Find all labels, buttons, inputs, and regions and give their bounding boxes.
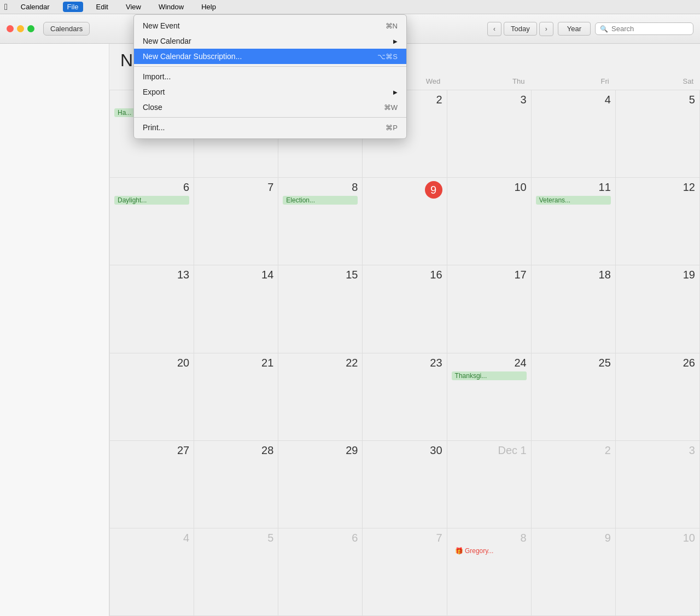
close-button[interactable] bbox=[7, 25, 14, 32]
date-number: 23 bbox=[367, 357, 442, 369]
next-button[interactable]: › bbox=[539, 22, 553, 36]
date-number: 2 bbox=[536, 444, 611, 457]
calendar-cell[interactable]: 3 bbox=[616, 441, 700, 528]
calendar-cell[interactable]: 6Daylight... bbox=[110, 178, 194, 265]
menu-item-shortcut: ⌥⌘S bbox=[377, 53, 398, 61]
calendar-cell[interactable]: 9 bbox=[363, 178, 447, 265]
search-icon: 🔍 bbox=[600, 25, 608, 33]
date-number: 9 bbox=[536, 532, 611, 544]
calendar-cell[interactable]: 27 bbox=[110, 441, 194, 528]
menu-item-close[interactable]: Close⌘W bbox=[134, 100, 406, 115]
calendar-cell[interactable]: 8Election... bbox=[278, 178, 363, 265]
menu-item-label: New Calendar bbox=[143, 37, 191, 45]
calendar-cell[interactable]: 13 bbox=[110, 265, 194, 353]
menu-item-shortcut: ⌘P bbox=[386, 124, 398, 132]
menu-item-new-calendar-subscription[interactable]: New Calendar Subscription...⌥⌘S bbox=[134, 49, 406, 64]
calendar-cell[interactable]: 7 bbox=[194, 178, 278, 265]
menu-item-new-event[interactable]: New Event⌘N bbox=[134, 18, 406, 33]
date-number: 15 bbox=[283, 269, 358, 281]
calendar-cell[interactable]: 26 bbox=[616, 353, 700, 441]
date-number: 13 bbox=[114, 269, 189, 281]
calendar-cell[interactable]: 19 bbox=[616, 265, 700, 353]
menu-item-export[interactable]: Export▶ bbox=[134, 84, 406, 100]
menu-window[interactable]: Window bbox=[154, 2, 188, 12]
calendar-cell[interactable]: 9 bbox=[532, 528, 616, 616]
minimize-button[interactable] bbox=[17, 25, 24, 32]
calendar-cell[interactable]: 6 bbox=[278, 528, 363, 616]
menu-edit[interactable]: Edit bbox=[92, 2, 113, 12]
calendar-cell[interactable]: Dec 1 bbox=[447, 441, 532, 528]
calendar-cell[interactable]: 2 bbox=[532, 441, 616, 528]
year-button[interactable]: Year bbox=[558, 22, 591, 36]
menu-item-print[interactable]: Print...⌘P bbox=[134, 120, 406, 135]
calendar-cell[interactable]: 25 bbox=[532, 353, 616, 441]
date-number: 28 bbox=[199, 444, 273, 457]
calendar-cell[interactable]: 18 bbox=[532, 265, 616, 353]
date-number: 27 bbox=[114, 444, 189, 457]
date-number: 7 bbox=[199, 181, 273, 194]
calendars-button[interactable]: Calendars bbox=[43, 22, 90, 36]
calendar-cell[interactable]: 17 bbox=[447, 265, 532, 353]
search-input[interactable] bbox=[611, 25, 689, 33]
calendar-grid: 30Ha...31123456Daylight...78Election...9… bbox=[109, 90, 700, 616]
calendar-cell[interactable]: 14 bbox=[194, 265, 278, 353]
menu-view[interactable]: View bbox=[121, 2, 145, 12]
calendar-cell[interactable]: 5 bbox=[616, 90, 700, 178]
calendar-cell[interactable]: 22 bbox=[278, 353, 363, 441]
today-button[interactable]: Today bbox=[504, 22, 537, 36]
calendar-cell[interactable]: 24Thanksgi... bbox=[447, 353, 532, 441]
calendar-cell[interactable]: 30 bbox=[363, 441, 447, 528]
event-badge[interactable]: Veterans... bbox=[536, 196, 611, 205]
menu-item-shortcut: ▶ bbox=[393, 89, 398, 95]
menu-item-new-calendar[interactable]: New Calendar▶ bbox=[134, 33, 406, 49]
prev-button[interactable]: ‹ bbox=[487, 22, 501, 36]
calendar-cell[interactable]: 11Veterans... bbox=[532, 178, 616, 265]
calendar-cell[interactable]: 21 bbox=[194, 353, 278, 441]
calendar-grid-wrapper: 30Ha...31123456Daylight...78Election...9… bbox=[109, 90, 700, 616]
calendar-cell[interactable]: 4 bbox=[110, 528, 194, 616]
date-number: 16 bbox=[367, 269, 442, 281]
apple-menu[interactable]:  bbox=[4, 2, 8, 12]
date-number: 4 bbox=[536, 94, 611, 106]
today-date: 9 bbox=[425, 181, 442, 199]
calendar-cell[interactable]: 23 bbox=[363, 353, 447, 441]
calendar-cell[interactable]: 20 bbox=[110, 353, 194, 441]
date-number: 17 bbox=[452, 269, 527, 281]
event-badge[interactable]: Daylight... bbox=[114, 196, 189, 205]
menu-calendar[interactable]: Calendar bbox=[16, 2, 54, 12]
date-number: Dec 1 bbox=[452, 444, 527, 457]
maximize-button[interactable] bbox=[27, 25, 34, 32]
calendar-cell[interactable]: 8🎁 Gregory... bbox=[447, 528, 532, 616]
day-header-fri: Fri bbox=[531, 75, 615, 88]
date-number: 10 bbox=[620, 532, 695, 544]
date-number: 30 bbox=[367, 444, 442, 457]
menu-file[interactable]: File bbox=[63, 2, 83, 12]
calendar-cell[interactable]: 16 bbox=[363, 265, 447, 353]
event-badge[interactable]: Election... bbox=[283, 196, 358, 205]
calendar-cell[interactable]: 7 bbox=[363, 528, 447, 616]
calendar-cell[interactable]: 12 bbox=[616, 178, 700, 265]
calendar-cell[interactable]: 4 bbox=[532, 90, 616, 178]
menu-help[interactable]: Help bbox=[197, 2, 220, 12]
date-number: 3 bbox=[620, 444, 695, 457]
menu-item-label: Import... bbox=[143, 72, 171, 81]
menu-separator bbox=[134, 66, 406, 67]
event-badge[interactable]: Thanksgi... bbox=[452, 371, 527, 380]
date-number: 6 bbox=[114, 181, 189, 194]
date-number: 6 bbox=[283, 532, 358, 544]
menu-item-shortcut: ▶ bbox=[393, 38, 398, 44]
event-badge[interactable]: 🎁 Gregory... bbox=[452, 547, 527, 555]
calendar-cell[interactable]: 28 bbox=[194, 441, 278, 528]
menu-item-import[interactable]: Import... bbox=[134, 69, 406, 84]
calendar-cell[interactable]: 3 bbox=[447, 90, 532, 178]
calendar-cell[interactable]: 5 bbox=[194, 528, 278, 616]
calendar-cell[interactable]: 10 bbox=[447, 178, 532, 265]
menu-item-label: Export bbox=[143, 88, 165, 96]
calendar-cell[interactable]: 15 bbox=[278, 265, 363, 353]
date-number: 3 bbox=[452, 94, 527, 106]
date-number: 26 bbox=[620, 357, 695, 369]
calendar-cell[interactable]: 29 bbox=[278, 441, 363, 528]
calendar-cell[interactable]: 10 bbox=[616, 528, 700, 616]
day-header-sat: Sat bbox=[616, 75, 700, 88]
search-box[interactable]: 🔍 bbox=[595, 22, 693, 35]
